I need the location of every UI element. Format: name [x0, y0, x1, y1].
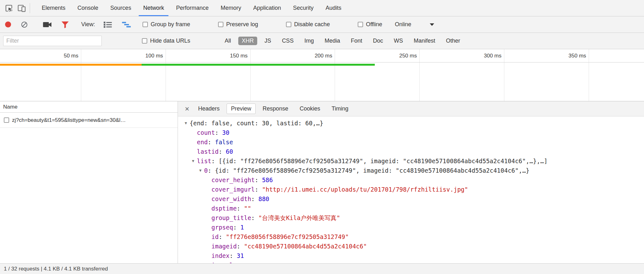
devtools-window: ElementsConsoleSourcesNetworkPerformance…	[0, 0, 644, 274]
detail-tabs: HeadersPreviewResponseCookiesTiming	[192, 104, 354, 114]
detail-tab-cookies[interactable]: Cookies	[295, 104, 325, 114]
tab-audits[interactable]: Audits	[319, 0, 347, 16]
filter-type-xhr[interactable]: XHR	[238, 37, 257, 45]
hide-data-urls-checkbox-box[interactable]	[142, 38, 147, 44]
device-toolbar-button[interactable]	[17, 4, 26, 13]
overview-bar-segment	[0, 64, 142, 66]
tab-memory[interactable]: Memory	[215, 0, 247, 16]
preview-tree-row[interactable]: grpseq: 1	[178, 223, 644, 232]
preview-tree-row[interactable]: dsptime: ""	[178, 204, 644, 213]
preview-plain-segment: :	[219, 233, 226, 240]
network-main-area: Name zj?ch=beauty&t1=595&listtype=new&sn…	[0, 101, 644, 263]
preview-tree-row[interactable]: id: "ff276e8056f58896e7cf92505a312749"	[178, 232, 644, 241]
preview-pane[interactable]: ▼{end: false, count: 30, lastid: 60,…}co…	[178, 116, 644, 263]
tab-elements[interactable]: Elements	[36, 0, 71, 16]
preview-key-segment: dsptime	[211, 205, 237, 212]
request-summary-text: 1 / 32 requests | 4.1 KB / 4.1 KB transf…	[4, 266, 108, 272]
large-rows-view-button[interactable]	[103, 21, 112, 28]
waterfall-overview-icon	[122, 21, 131, 28]
main-tabs: ElementsConsoleSourcesNetworkPerformance…	[36, 0, 347, 16]
preview-tree-row[interactable]: imgurl:	[178, 260, 644, 263]
camera-icon	[43, 21, 52, 28]
preview-key-segment: list	[197, 158, 211, 164]
preview-tree-row[interactable]: count: 30	[178, 128, 644, 137]
preview-tree-row[interactable]: ▼{end: false, count: 30, lastid: 60,…}	[178, 118, 644, 128]
group-by-frame-checkbox-label: Group by frame	[151, 21, 190, 28]
resource-type-filters: AllXHRJSCSSImgMediaFontDocWSManifestOthe…	[221, 37, 467, 45]
capture-screenshots-button[interactable]	[43, 21, 52, 28]
preview-tree-row[interactable]: group_title: "台湾美女Kila户外唯美写真"	[178, 213, 644, 223]
preview-plain-segment: :	[211, 158, 219, 164]
preview-key-segment: group_title	[211, 214, 251, 221]
filter-type-ws[interactable]: WS	[390, 37, 406, 45]
detail-tab-headers[interactable]: Headers	[194, 104, 224, 114]
request-checkbox[interactable]	[4, 117, 9, 123]
filter-type-media[interactable]: Media	[321, 37, 343, 45]
request-detail-panel: × HeadersPreviewResponseCookiesTiming ▼{…	[178, 101, 644, 263]
timeline-time-label: 250 ms	[354, 49, 417, 63]
preview-tree-row[interactable]: lastid: 60	[178, 147, 644, 156]
preview-tree-row[interactable]: imageid: "cc48190e57100864abc4d55a2c4104…	[178, 241, 644, 251]
preview-plain-segment: :	[215, 129, 222, 136]
preview-tree-row[interactable]: cover_width: 880	[178, 194, 644, 204]
detail-tab-preview[interactable]: Preview	[227, 104, 256, 114]
filter-type-img[interactable]: Img	[301, 37, 317, 45]
detail-tab-response[interactable]: Response	[258, 104, 293, 114]
expand-arrow-icon[interactable]: ▼	[197, 166, 204, 175]
disable-cache-checkbox-box[interactable]	[286, 22, 291, 27]
inspect-element-button[interactable]	[4, 4, 13, 13]
filter-input[interactable]	[3, 36, 102, 46]
tab-network[interactable]: Network	[137, 0, 170, 16]
throttling-select[interactable]: Online	[395, 21, 434, 28]
offline-checkbox-box[interactable]	[358, 22, 363, 27]
preview-tree-row[interactable]: cover_height: 586	[178, 175, 644, 185]
preview-plain-segment: :	[255, 176, 262, 183]
requests-panel: Name zj?ch=beauty&t1=595&listtype=new&sn…	[0, 101, 178, 263]
preview-tree-row[interactable]: end: false	[178, 137, 644, 147]
preview-tree-row[interactable]: index: 31	[178, 251, 644, 260]
preview-str-segment: "台湾美女Kila户外唯美写真"	[258, 214, 340, 221]
preview-tree-row[interactable]: cover_imgurl: "http://i1.umei.cc/uploads…	[178, 185, 644, 194]
preview-tree-row[interactable]: ▼list: [{id: "ff276e8056f58896e7cf92505a…	[178, 156, 644, 166]
tab-security[interactable]: Security	[287, 0, 319, 16]
tab-application[interactable]: Application	[247, 0, 287, 16]
list-view-icon	[103, 21, 112, 28]
group-by-frame-checkbox[interactable]: Group by frame	[143, 21, 190, 28]
request-list: zj?ch=beauty&t1=595&listtype=new&sn=30&l…	[0, 113, 178, 128]
offline-checkbox[interactable]: Offline	[358, 21, 382, 28]
record-button[interactable]	[5, 21, 11, 27]
detail-tab-strip: × HeadersPreviewResponseCookiesTiming	[178, 101, 644, 116]
hide-data-urls-checkbox[interactable]: Hide data URLs	[142, 38, 190, 44]
name-column-header[interactable]: Name	[0, 101, 178, 113]
clear-button[interactable]	[21, 21, 28, 28]
request-row[interactable]: zj?ch=beauty&t1=595&listtype=new&sn=30&l…	[0, 113, 178, 128]
close-detail-button[interactable]: ×	[182, 105, 192, 113]
dropdown-caret-icon[interactable]	[430, 23, 434, 26]
disable-cache-checkbox[interactable]: Disable cache	[286, 21, 330, 28]
filter-type-doc[interactable]: Doc	[369, 37, 386, 45]
preview-key-segment: imageid	[211, 243, 237, 250]
filter-type-font[interactable]: Font	[347, 37, 366, 45]
filter-type-css[interactable]: CSS	[278, 37, 297, 45]
main-tab-bar: ElementsConsoleSourcesNetworkPerformance…	[0, 0, 644, 16]
preserve-log-checkbox-box[interactable]	[218, 22, 223, 27]
preserve-log-checkbox-label: Preserve log	[226, 21, 258, 28]
preview-plain-segment: :	[251, 195, 258, 202]
tab-performance[interactable]: Performance	[170, 0, 215, 16]
filter-type-js[interactable]: JS	[261, 37, 275, 45]
show-overview-button[interactable]	[122, 21, 131, 28]
tab-console[interactable]: Console	[71, 0, 104, 16]
preview-plain-segment: {end: false, count: 30, lastid: 60,…}	[190, 120, 323, 127]
preview-tree-row[interactable]: ▼0: {id: "ff276e8056f58896e7cf92505a3127…	[178, 166, 644, 175]
filter-type-other[interactable]: Other	[442, 37, 464, 45]
detail-tab-timing[interactable]: Timing	[327, 104, 353, 114]
expand-arrow-icon[interactable]: ▼	[182, 118, 189, 128]
filter-toggle-button[interactable]	[61, 21, 69, 28]
expand-arrow-icon[interactable]: ▼	[190, 156, 197, 166]
tab-sources[interactable]: Sources	[104, 0, 137, 16]
network-overview-timeline[interactable]: 50 ms100 ms150 ms200 ms250 ms300 ms350 m…	[0, 49, 644, 101]
group-by-frame-checkbox-box[interactable]	[143, 22, 148, 27]
filter-type-manifest[interactable]: Manifest	[410, 37, 439, 45]
preserve-log-checkbox[interactable]: Preserve log	[218, 21, 258, 28]
filter-type-all[interactable]: All	[221, 37, 234, 45]
